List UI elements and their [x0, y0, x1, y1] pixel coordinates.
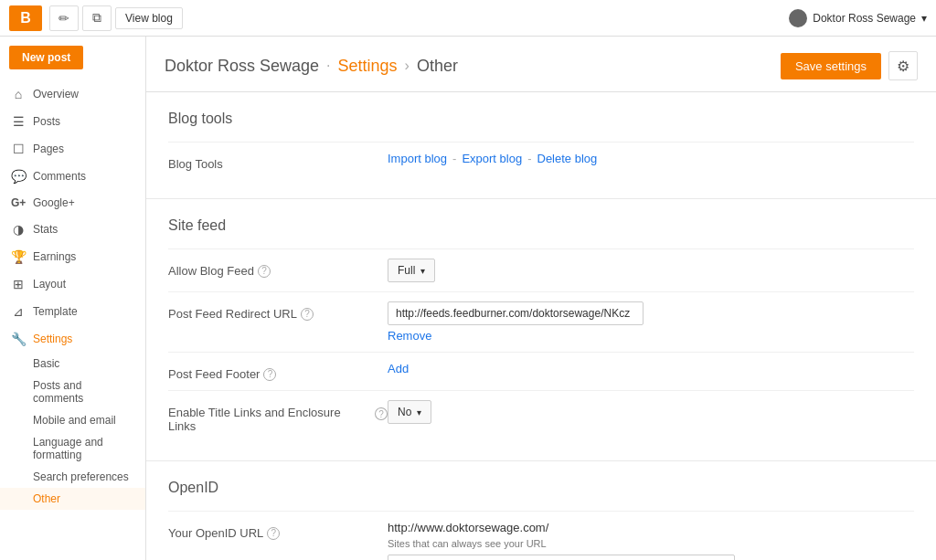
sidebar-item-label: Settings [33, 333, 72, 345]
blog-tools-value: Import blog - Export blog - Delete blog [388, 152, 914, 165]
sidebar-item-label: Template [33, 305, 78, 318]
sidebar-item-googleplus[interactable]: G+ Google+ [0, 190, 145, 216]
blog-tools-links: Import blog - Export blog - Delete blog [388, 152, 914, 165]
sidebar-item-label: Comments [33, 170, 86, 183]
sidebar-sub-search[interactable]: Search preferences [0, 466, 145, 488]
import-blog-link[interactable]: Import blog [388, 152, 447, 165]
googleplus-icon: G+ [11, 196, 26, 209]
sidebar: New post ⌂ Overview ☰ Posts ☐ Pages 💬 Co… [0, 37, 146, 560]
sidebar-item-overview[interactable]: ⌂ Overview [0, 80, 145, 108]
sidebar-sub-language[interactable]: Language and formatting [0, 431, 145, 466]
sidebar-item-label: Stats [33, 223, 58, 236]
post-footer-row: Post Feed Footer ? Add [168, 352, 914, 390]
template-icon: ⊿ [11, 304, 26, 319]
post-redirect-label: Post Feed Redirect URL ? [168, 301, 388, 321]
post-footer-help-icon[interactable]: ? [263, 368, 276, 381]
post-redirect-input[interactable] [388, 301, 644, 325]
allow-feed-value: Full [388, 259, 914, 282]
sidebar-item-stats[interactable]: ◑ Stats [0, 216, 145, 243]
sidebar-item-settings[interactable]: 🔧 Settings [0, 325, 145, 353]
settings-breadcrumb-link[interactable]: Settings [338, 57, 398, 76]
comments-icon: 💬 [11, 169, 26, 184]
user-menu[interactable]: Doktor Ross Sewage ▾ [789, 9, 927, 27]
topbar: B ✏ ⧉ View blog Doktor Ross Sewage ▾ [0, 0, 936, 37]
content-area: Doktor Ross Sewage · Settings › Other Sa… [146, 37, 936, 560]
blogger-logo[interactable]: B [9, 5, 42, 31]
content-header: Doktor Ross Sewage · Settings › Other Sa… [146, 37, 936, 92]
sidebar-sub-mobile-email[interactable]: Mobile and email [0, 409, 145, 431]
title-links-value: No [388, 400, 914, 424]
sidebar-item-label: Google+ [33, 196, 75, 209]
post-redirect-row: Post Feed Redirect URL ? Remove [168, 291, 914, 352]
blog-tools-title: Blog tools [168, 111, 914, 127]
openid-help-icon[interactable]: ? [267, 527, 280, 540]
sidebar-sub-posts-comments[interactable]: Posts and comments [0, 375, 145, 409]
breadcrumb: Doktor Ross Sewage · Settings › Other [165, 57, 458, 76]
delete-blog-link[interactable]: Delete blog [537, 152, 598, 165]
allow-feed-label: Allow Blog Feed ? [168, 259, 388, 278]
sidebar-item-posts[interactable]: ☰ Posts [0, 108, 145, 135]
title-links-row: Enable Title Links and Enclosure Links ?… [168, 390, 914, 442]
breadcrumb-arrow: › [405, 58, 410, 74]
openid-hint-text: Sites that can always see your URL [388, 538, 914, 549]
layout-icon: ⊞ [11, 277, 26, 291]
sidebar-item-earnings[interactable]: 🏆 Earnings [0, 243, 145, 270]
post-redirect-value: Remove [388, 301, 914, 343]
remove-redirect-link[interactable]: Remove [388, 329, 914, 343]
sidebar-item-layout[interactable]: ⊞ Layout [0, 270, 145, 298]
save-settings-button[interactable]: Save settings [781, 53, 881, 79]
breadcrumb-sep1: · [326, 58, 330, 74]
sidebar-item-label: Earnings [33, 250, 76, 263]
site-feed-title: Site feed [168, 217, 914, 234]
openid-section: OpenID Your OpenID URL ? http://www.dokt… [146, 461, 936, 560]
chevron-down-icon: ▾ [921, 12, 927, 25]
title-links-label: Enable Title Links and Enclosure Links ? [168, 400, 388, 433]
openid-url-label: Your OpenID URL ? [168, 521, 388, 540]
post-footer-label: Post Feed Footer ? [168, 362, 388, 381]
gear-button[interactable]: ⚙ [888, 51, 918, 80]
allow-feed-row: Allow Blog Feed ? Full [168, 248, 914, 291]
sidebar-item-pages[interactable]: ☐ Pages [0, 135, 145, 163]
title-links-help-icon[interactable]: ? [375, 407, 388, 420]
user-name: Doktor Ross Sewage [813, 12, 916, 25]
avatar [789, 9, 807, 27]
sidebar-item-label: Posts [33, 115, 60, 128]
view-blog-button[interactable]: View blog [115, 7, 183, 29]
title-links-dropdown[interactable]: No [388, 400, 431, 424]
allow-feed-dropdown[interactable]: Full [388, 259, 435, 282]
sidebar-item-label: Pages [33, 143, 64, 155]
sidebar-item-label: Overview [33, 88, 79, 100]
pencil-button[interactable]: ✏ [49, 5, 79, 31]
home-icon: ⌂ [11, 87, 26, 101]
other-breadcrumb: Other [417, 57, 458, 76]
site-feed-section: Site feed Allow Blog Feed ? Full Post Fe… [146, 199, 936, 461]
new-post-button[interactable]: New post [9, 46, 83, 69]
blog-name: Doktor Ross Sewage [165, 57, 319, 76]
openid-url-text: http://www.doktorsewage.com/ [388, 521, 914, 534]
openid-site-input[interactable] [388, 555, 735, 560]
earnings-icon: 🏆 [11, 249, 26, 264]
openid-title: OpenID [168, 480, 914, 496]
blog-tools-label: Blog Tools [168, 152, 388, 171]
copy-button[interactable]: ⧉ [82, 5, 112, 31]
blog-tools-section: Blog tools Blog Tools Import blog - Expo… [146, 92, 936, 199]
allow-feed-help-icon[interactable]: ? [258, 265, 271, 278]
post-footer-add-link[interactable]: Add [388, 362, 409, 375]
settings-icon: 🔧 [11, 332, 26, 346]
sidebar-item-label: Layout [33, 278, 66, 291]
sidebar-sub-other[interactable]: Other [0, 488, 145, 510]
post-footer-value: Add [388, 362, 914, 375]
sidebar-sub-basic[interactable]: Basic [0, 353, 145, 375]
blog-tools-row: Blog Tools Import blog - Export blog - D… [168, 142, 914, 180]
sidebar-item-template[interactable]: ⊿ Template [0, 298, 145, 325]
stats-icon: ◑ [11, 222, 26, 237]
export-blog-link[interactable]: Export blog [462, 152, 522, 165]
main-layout: New post ⌂ Overview ☰ Posts ☐ Pages 💬 Co… [0, 37, 936, 560]
openid-url-value: http://www.doktorsewage.com/ Sites that … [388, 521, 914, 560]
posts-icon: ☰ [11, 114, 26, 129]
sidebar-item-comments[interactable]: 💬 Comments [0, 163, 145, 190]
post-redirect-help-icon[interactable]: ? [301, 308, 314, 321]
header-actions: Save settings ⚙ [781, 51, 918, 80]
pages-icon: ☐ [11, 142, 26, 156]
openid-url-row: Your OpenID URL ? http://www.doktorsewag… [168, 511, 914, 560]
